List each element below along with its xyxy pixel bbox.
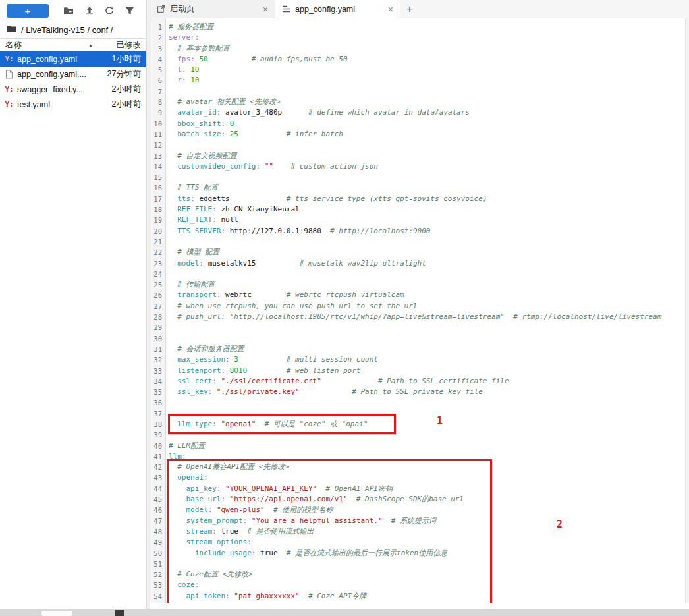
close-tab-icon[interactable]: ×	[262, 5, 269, 14]
folder-icon	[7, 25, 16, 35]
code-line-4: fps: 50 # audio fps,must be 50	[169, 54, 689, 65]
line-number: 35	[150, 387, 165, 397]
yaml-file-icon: Y:	[3, 55, 16, 63]
line-number: 47	[150, 516, 165, 526]
line-number: 5	[150, 65, 165, 75]
sort-ascending-icon: ▲	[88, 43, 93, 47]
code-line-35: ssl_key: "./ssl/private.key" # Path to S…	[169, 387, 689, 397]
line-number: 46	[150, 505, 165, 515]
close-tab-icon[interactable]: ×	[387, 5, 395, 14]
code-line-25: # 传输配置	[169, 279, 689, 290]
line-number: 22	[150, 247, 165, 258]
code-line-40: # LLM配置	[169, 441, 689, 451]
file-modified-time: 2小时前	[95, 84, 146, 95]
yaml-file-icon: Y:	[3, 100, 16, 109]
line-number: 19	[150, 215, 165, 225]
code-line-50: include_usage: true # 是否在流式输出的最后一行展示toke…	[169, 548, 689, 559]
line-number: 38	[150, 419, 165, 430]
line-number: 21	[150, 237, 165, 247]
yaml-file-icon: Y:	[3, 85, 16, 94]
line-number: 42	[150, 462, 165, 472]
yaml-editor[interactable]: 1234567891011121314151617181920212223242…	[150, 18, 689, 603]
code-line-28: # push_url: "http://localhost:1985/rtc/v…	[169, 312, 689, 322]
taskbar-item-partial	[41, 611, 72, 616]
code-line-20: TTS_SERVER: http://127.0.0.1:9880 # http…	[169, 226, 689, 237]
breadcrumb[interactable]: / LiveTalking-v15 / conf /	[0, 21, 146, 38]
column-header-name[interactable]: 名称 ▲	[0, 40, 97, 51]
code-line-13: # 自定义视频配置	[169, 151, 689, 161]
line-number: 1	[150, 22, 165, 32]
file-sidebar: + / LiveTalking-v15 / conf /	[0, 0, 146, 609]
tab-label: 启动页	[170, 3, 262, 14]
code-line-43: openai:	[169, 472, 689, 483]
code-line-2: server:	[169, 32, 689, 43]
toolbar-icons	[58, 6, 140, 15]
editor-vertical-scrollbar[interactable]	[685, 18, 689, 603]
file-table-header: 名称 ▲ 已修改	[0, 38, 146, 51]
tab-app_config.yaml[interactable]: app_config.yaml×	[275, 0, 400, 18]
code-line-9: avatar_id: avator_3_480p # define which …	[169, 107, 689, 118]
line-number: 31	[150, 344, 165, 354]
new-file-button[interactable]: +	[7, 4, 49, 18]
code-line-19: REF_TEXT: null	[169, 215, 689, 225]
line-number: 51	[150, 559, 165, 569]
line-number: 17	[150, 194, 165, 204]
code-line-7	[169, 86, 689, 97]
sidebar-toolbar: +	[0, 0, 146, 21]
line-number: 55	[150, 602, 165, 603]
code-line-33: listenport: 8010 # web listen port	[169, 366, 689, 376]
file-row-app_config.yaml[interactable]: Y:app_config.yaml1小时前	[0, 51, 146, 67]
line-number: 52	[150, 569, 165, 580]
code-line-39	[169, 430, 689, 440]
file-row-swagger_fixed.y...[interactable]: Y:swagger_fixed.y...2小时前	[0, 82, 146, 97]
code-line-47: system_prompt: "You are a helpful assist…	[169, 516, 689, 526]
column-header-modified[interactable]: 已修改	[97, 40, 146, 51]
code-line-14: customvideo_config: "" # custom action j…	[169, 161, 689, 172]
tab-启动页[interactable]: 启动页×	[150, 0, 275, 18]
code-line-31: # 会话和服务器配置	[169, 344, 689, 354]
line-number: 43	[150, 472, 165, 483]
code-line-29	[169, 322, 689, 333]
file-row-app_config.yaml....[interactable]: app_config.yaml....27分钟前	[0, 67, 146, 82]
code-line-36	[169, 397, 689, 408]
new-tab-button[interactable]: +	[400, 0, 419, 18]
code-line-18: REF_FILE: zh-CN-XiaoyiNeural	[169, 204, 689, 215]
new-folder-icon[interactable]	[63, 7, 74, 15]
line-number: 48	[150, 526, 165, 537]
code-line-3: # 基本参数配置	[169, 43, 689, 54]
code-line-15	[169, 172, 689, 182]
line-number: 20	[150, 226, 165, 237]
line-number: 23	[150, 258, 165, 269]
code-line-16: # TTS 配置	[169, 182, 689, 193]
file-lines-icon	[282, 5, 290, 13]
file-name: app_config.yaml	[16, 55, 95, 64]
code-line-55: workflow_id: "754xxxxxxxx" # Coze工作流ID	[169, 602, 689, 603]
file-row-test.yaml[interactable]: Y:test.yaml2小时前	[0, 97, 146, 112]
editor-pane: 启动页×app_config.yaml×+ 123456789101112131…	[150, 0, 689, 609]
line-number-gutter: 1234567891011121314151617181920212223242…	[150, 18, 166, 603]
line-number: 53	[150, 580, 165, 590]
tab-bar: 启动页×app_config.yaml×+	[150, 0, 689, 18]
taskbar-edge	[0, 609, 689, 616]
code-line-48: stream: true # 是否使用流式输出	[169, 526, 689, 537]
line-number: 10	[150, 119, 165, 129]
code-line-38: llm_type: "openai" # 可以是 "coze" 或 "opai"	[169, 419, 689, 430]
file-manager-editor-window: + / LiveTalking-v15 / conf /	[0, 0, 689, 616]
code-line-5: l: 10	[169, 65, 689, 75]
code-line-42: # OpenAI兼容API配置 <先修改>	[169, 462, 689, 472]
refresh-icon[interactable]	[105, 6, 114, 15]
line-number: 14	[150, 161, 165, 172]
code-line-34: ssl_cert: "./ssl/certificate.crt" # Path…	[169, 376, 689, 387]
line-number: 3	[150, 43, 165, 54]
taskbar-item-partial	[115, 610, 124, 616]
code-line-17: tts: edgetts # tts service type (xtts gp…	[169, 194, 689, 204]
code-line-24	[169, 269, 689, 279]
code-line-46: model: "qwen-plus" # 使用的模型名称	[169, 505, 689, 515]
code-line-54: api_token: "pat_gbaxxxxxx" # Coze API令牌	[169, 591, 689, 602]
line-number: 34	[150, 376, 165, 387]
line-number: 28	[150, 312, 165, 322]
upload-icon[interactable]	[85, 6, 94, 15]
filter-icon[interactable]	[125, 7, 134, 15]
code-area[interactable]: # 服务器配置server: # 基本参数配置 fps: 50 # audio …	[166, 18, 689, 603]
code-line-53: coze:	[169, 580, 689, 590]
